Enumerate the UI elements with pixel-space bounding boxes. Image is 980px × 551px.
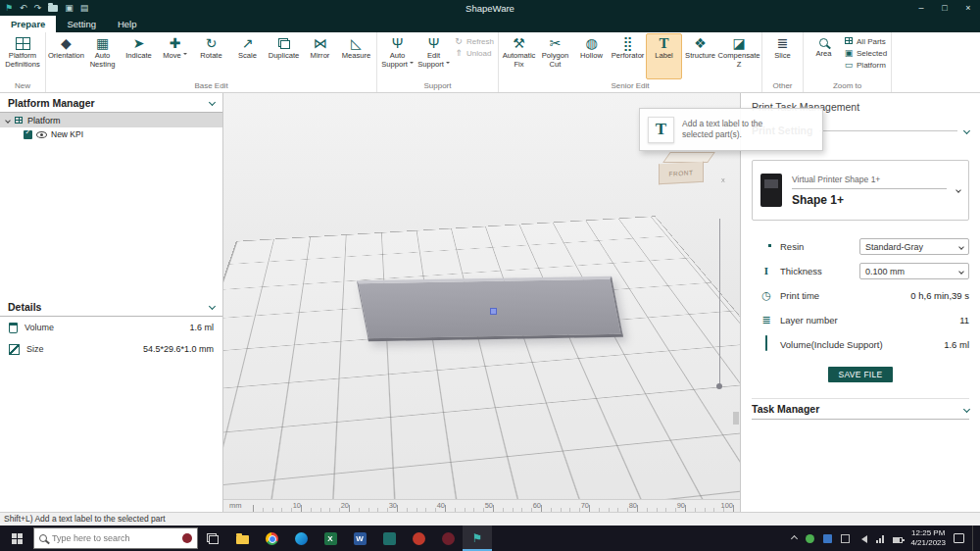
expander-chevron-icon[interactable] [5, 118, 11, 124]
viewport-scrollbar-thumb[interactable] [733, 412, 739, 425]
thickness-select[interactable]: 0.100 mm [859, 263, 969, 279]
platform-definitions-button[interactable]: Platform Definitions [2, 33, 43, 79]
volume-tray-icon[interactable] [858, 533, 867, 543]
tab-setting[interactable]: Setting [56, 16, 107, 32]
show-desktop-button[interactable] [972, 526, 976, 551]
search-icon [39, 534, 47, 542]
close-button[interactable]: × [956, 0, 980, 16]
platform-label: Platform [857, 61, 886, 70]
view-cube-top-face[interactable] [662, 152, 715, 163]
details-header[interactable]: Details [0, 297, 222, 317]
horizontal-ruler: mm 10 20 30 40 50 60 70 80 90 100 [223, 499, 740, 512]
start-button[interactable] [0, 526, 33, 551]
move-button[interactable]: ✚ Move [157, 33, 193, 79]
shapeware-taskbar-button[interactable]: ⚑ [463, 526, 492, 551]
excel-button[interactable]: X [316, 526, 345, 551]
app-button-maroon[interactable] [433, 526, 463, 551]
auto-support-button[interactable]: Ψ Auto Support [379, 33, 416, 79]
edge-button[interactable] [286, 526, 316, 551]
selection-handle[interactable] [490, 308, 497, 315]
resin-select[interactable]: Standard-Gray [859, 238, 969, 255]
rotate-button[interactable]: ↻ Rotate [193, 33, 229, 79]
chrome-button[interactable] [257, 526, 286, 551]
unload-button[interactable]: ⇑ Unload [454, 49, 494, 58]
tray-icon-1[interactable] [805, 533, 814, 543]
thickness-icon: I [760, 266, 773, 276]
zoom-platform-button[interactable]: ▭ Platform [844, 61, 887, 70]
refresh-button[interactable]: ↻ Refresh [454, 37, 494, 46]
polygon-cut-button[interactable]: ✂ Polygon Cut [537, 33, 573, 79]
zoom-all-parts-button[interactable]: All Parts [844, 37, 887, 46]
open-file-icon[interactable] [48, 5, 58, 12]
printer-dropdown-chevron-icon[interactable] [956, 187, 961, 193]
tray-icon-3[interactable] [840, 533, 850, 543]
ribbon: Platform Definitions New ◆ Orientation ▦… [0, 32, 980, 93]
export-icon[interactable]: ▤ [80, 4, 89, 13]
undo-icon[interactable]: ↶ [20, 4, 27, 13]
measure-button[interactable]: ◺ Measure [338, 33, 374, 79]
scale-button[interactable]: ↗ Scale [229, 33, 266, 79]
minimize-button[interactable]: – [909, 0, 933, 16]
mirror-button[interactable]: ⋈ Mirror [302, 33, 338, 79]
tree-item-platform[interactable]: Platform [0, 113, 222, 127]
automatic-fix-button[interactable]: ⚒ Automatic Fix [501, 33, 537, 79]
zoom-selected-button[interactable]: ▣ Selected [844, 49, 887, 58]
detail-row-volume: Volume 1.6 ml [0, 317, 222, 338]
viewport-3d[interactable]: FRONT x mm 10 20 30 40 50 60 70 80 90 10… [223, 93, 740, 512]
zoom-area-button[interactable]: Area [806, 33, 842, 79]
task-manager-chevron-icon[interactable] [963, 405, 970, 412]
label-button[interactable]: T Label [646, 33, 682, 79]
tab-help[interactable]: Help [107, 16, 148, 32]
ribbon-group-label-senior-edit: Senior Edit [501, 79, 760, 92]
print-setting-chevron-icon[interactable] [963, 126, 970, 133]
network-icon[interactable] [875, 533, 885, 543]
details-collapse-chevron-icon[interactable] [209, 303, 216, 310]
action-center-icon[interactable] [954, 533, 964, 543]
ruler-unit-label: mm [229, 500, 242, 512]
label-tooltip-text: Add a text label to the selected part(s)… [682, 119, 762, 141]
taskbar-clock[interactable]: 12:25 PM 4/21/2023 [910, 528, 946, 548]
platform-manager-header[interactable]: Platform Manager [0, 93, 222, 113]
collapse-chevron-icon[interactable] [209, 99, 216, 106]
orientation-button[interactable]: ◆ Orientation [48, 33, 84, 79]
resin-value: Standard-Gray [865, 242, 923, 252]
duplicate-button[interactable]: Duplicate [266, 33, 302, 79]
battery-icon[interactable] [893, 533, 903, 543]
auto-nesting-button[interactable]: ▦ Auto Nesting [84, 33, 121, 79]
file-explorer-button[interactable] [227, 526, 257, 551]
ribbon-group-label-support: Support [379, 79, 496, 92]
volume-include-support-icon [760, 339, 773, 350]
perforator-button[interactable]: ⣿ Perforator [610, 33, 646, 79]
save-file-button[interactable]: SAVE FILE [828, 367, 893, 382]
app-button-red[interactable] [404, 526, 433, 551]
indicate-button[interactable]: ➤ Indicate [121, 33, 157, 79]
search-input[interactable] [52, 533, 177, 543]
slice-button[interactable]: ≣ Slice [764, 33, 801, 79]
save-icon[interactable]: ▣ [65, 4, 74, 13]
tray-icon-2[interactable] [822, 533, 832, 543]
taskbar-search[interactable] [33, 527, 198, 549]
ribbon-group-label-other: Other [764, 79, 801, 92]
task-manager-header[interactable]: Task Manager [752, 398, 969, 420]
redo-icon[interactable]: ↷ [34, 4, 42, 13]
visibility-checkbox[interactable] [24, 130, 32, 139]
ruler-tick-labels: 10 20 30 40 50 60 70 80 90 100 [253, 500, 733, 512]
platform-icon: ▭ [844, 61, 854, 70]
tree-item-new-kpi[interactable]: New KPI [0, 127, 222, 141]
printer-selector[interactable]: Virtual Printer Shape 1+ Shape 1+ [752, 160, 969, 221]
compensate-z-button[interactable]: ◪ Compensate Z [718, 33, 760, 79]
hidden-icons-chevron-icon[interactable] [791, 534, 798, 541]
hollow-button[interactable]: ◍ Hollow [573, 33, 610, 79]
app-button-teal[interactable] [374, 526, 404, 551]
task-view-button[interactable] [198, 526, 227, 551]
structure-button[interactable]: ❖ Structure [682, 33, 718, 79]
word-button[interactable]: W [345, 526, 374, 551]
teal-app-icon [383, 532, 396, 545]
ribbon-tab-bar: Prepare Setting Help [0, 16, 980, 32]
eye-icon[interactable] [36, 131, 47, 138]
edit-support-button[interactable]: Ψ Edit Support [416, 33, 452, 79]
view-cube-front-face[interactable]: FRONT [659, 162, 704, 184]
view-cube[interactable]: FRONT [659, 152, 704, 183]
maximize-button[interactable]: □ [933, 0, 956, 16]
tab-prepare[interactable]: Prepare [0, 16, 56, 32]
